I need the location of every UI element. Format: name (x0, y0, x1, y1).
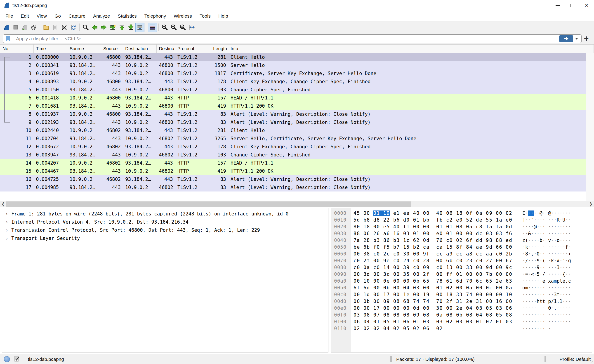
menu-go[interactable]: Go (51, 11, 65, 21)
reload-file-button[interactable] (69, 23, 78, 32)
open-file-button[interactable] (42, 23, 51, 32)
capture-options-button[interactable] (29, 23, 38, 32)
hex-row[interactable]: 0050be 6b f0 f5 b7 15 b2 ca ca 15 8f 84 … (331, 244, 592, 250)
packet-row[interactable]: 100.00244010.9.0.24680293.184.2…443TLSv1… (0, 126, 586, 135)
detail-tcp-row[interactable]: › Transmission Control Protocol, Src Por… (2, 226, 328, 234)
menu-statistics[interactable]: Statistics (114, 11, 141, 21)
packet-row[interactable]: 160.00472510.9.0.24680293.184.2…443TLSv1… (0, 175, 586, 183)
packet-row[interactable]: 30.00061993.184.2…44310.9.0.246800TLSv1.… (0, 69, 586, 78)
menu-telephony[interactable]: Telephony (141, 11, 170, 21)
hex-row[interactable]: 00c000 1d 00 17 00 1e 00 19 00 18 33 74 … (331, 291, 592, 298)
column-header-src-port[interactable]: Source (101, 45, 123, 53)
packet-row[interactable]: 150.00446793.184.2…44310.9.0.246802HTTP4… (0, 167, 586, 175)
hex-row[interactable]: 00e000 00 17 00 00 00 0d 00 30 00 2e 04 … (331, 305, 592, 311)
status-profile[interactable]: Profile: Default (560, 354, 591, 364)
column-header-time[interactable]: Time (34, 45, 67, 53)
column-header-protocol[interactable]: Protocol (175, 45, 211, 53)
packet-row[interactable]: 20.00034193.184.2…44310.9.0.246800TLSv1.… (0, 61, 586, 69)
expand-chevron-icon[interactable]: › (2, 236, 11, 241)
expert-info-icon[interactable] (4, 356, 10, 362)
packet-row[interactable]: 170.00498593.184.2…44310.9.0.246802TLSv1… (0, 183, 586, 191)
minimize-button[interactable] (550, 0, 565, 11)
first-packet-button[interactable] (117, 23, 126, 32)
packet-row[interactable]: 140.00420710.9.0.24680293.184.2…443HTTP1… (0, 159, 586, 167)
scrollbar-thumb[interactable] (6, 202, 411, 207)
packet-row[interactable]: 70.00168193.184.2…44310.9.0.246800HTTP41… (0, 102, 586, 110)
menu-help[interactable]: Help (215, 11, 232, 21)
menu-edit[interactable]: Edit (17, 11, 33, 21)
scrollbar-track[interactable] (6, 201, 588, 207)
expand-chevron-icon[interactable]: › (2, 228, 11, 233)
scroll-right-arrow-icon[interactable]: ❯ (588, 201, 594, 207)
hex-row[interactable]: 009000 3d 00 3c 00 35 00 2f 00 ff 01 00 … (331, 271, 592, 278)
hex-row[interactable]: 0070c0 2f 00 9e c0 24 c0 28 00 6b c0 23 … (331, 257, 592, 264)
hex-row[interactable]: 00f003 08 07 08 08 08 09 08 0a 08 0b 08 … (331, 311, 592, 318)
expand-chevron-icon[interactable]: › (2, 220, 11, 224)
detail-tls-row[interactable]: › Transport Layer Security (2, 234, 328, 242)
packet-list-horizontal-scrollbar[interactable]: ❮ ❯ (0, 201, 594, 207)
menu-view[interactable]: View (33, 11, 51, 21)
resize-columns-button[interactable] (187, 23, 196, 32)
start-capture-button[interactable] (2, 23, 11, 32)
display-filter-input[interactable] (13, 36, 559, 41)
capture-comment-icon[interactable] (14, 356, 20, 362)
menu-analyze[interactable]: Analyze (89, 11, 114, 21)
previous-packet-button[interactable] (90, 23, 99, 32)
detail-frame-row[interactable]: › Frame 1: 281 bytes on wire (2248 bits)… (2, 210, 328, 218)
hex-row[interactable]: 010006 04 01 05 01 06 01 03 03 02 03 03 … (331, 318, 592, 325)
hex-row[interactable]: 00407a 28 b3 86 b3 1c 62 0d 76 c0 02 6f … (331, 237, 592, 244)
menu-file[interactable]: File (2, 11, 17, 21)
save-file-button[interactable] (51, 23, 60, 32)
scroll-left-arrow-icon[interactable]: ❮ (0, 201, 6, 207)
go-to-packet-button[interactable] (108, 23, 117, 32)
detail-ip-row[interactable]: › Internet Protocol Version 4, Src: 10.9… (2, 218, 328, 226)
menu-tools[interactable]: Tools (196, 11, 215, 21)
bookmark-icon[interactable] (6, 35, 11, 42)
packet-row[interactable]: 120.00367210.9.0.24680293.184.2…443TLSv1… (0, 143, 586, 151)
colorize-button[interactable] (148, 23, 157, 32)
close-button[interactable]: ✕ (579, 0, 594, 11)
restart-capture-button[interactable] (20, 23, 29, 32)
packet-row[interactable]: 60.00141810.9.0.24680093.184.2…443HTTP15… (0, 94, 586, 102)
stop-capture-button[interactable] (11, 23, 20, 32)
column-header-source[interactable]: Source (67, 45, 101, 53)
zoom-out-button[interactable] (169, 23, 178, 32)
packet-row[interactable]: 10.00000010.9.0.24680093.184.2…443TLSv1.… (0, 53, 586, 61)
hex-row[interactable]: 011002 02 02 04 02 05 02 06 02········ · (331, 325, 592, 332)
packet-row[interactable]: 130.00394793.184.2…44310.9.0.246802TLSv1… (0, 151, 586, 159)
column-header-length[interactable]: Length (211, 45, 228, 53)
hex-row[interactable]: 002080 18 00 e5 40 f1 00 00 01 01 08 0a … (331, 223, 592, 230)
hex-row[interactable]: 00b06f 6d 00 0b 00 04 03 00 01 02 00 0a … (331, 284, 592, 291)
menu-wireless[interactable]: Wireless (170, 11, 196, 21)
packet-row[interactable]: 80.00193710.9.0.24680093.184.2…443TLSv1.… (0, 110, 586, 118)
apply-filter-button[interactable] (559, 35, 573, 42)
packet-row[interactable]: 90.00219393.184.2…44310.9.0.246800TLSv1.… (0, 118, 586, 126)
close-file-button[interactable] (60, 23, 69, 32)
menu-capture[interactable]: Capture (65, 11, 89, 21)
zoom-reset-button[interactable] (178, 23, 187, 32)
hex-row[interactable]: 00105d b8 d8 22 b6 d0 01 bb fb c2 e0 52 … (331, 216, 592, 223)
packet-row[interactable]: 110.00270493.184.2…44310.9.0.246802TLSv1… (0, 135, 586, 143)
zoom-in-button[interactable] (160, 23, 169, 32)
hex-row[interactable]: 00d000 0b 00 09 08 68 74 74 70 2f 31 2e … (331, 298, 592, 305)
maximize-button[interactable] (565, 0, 579, 11)
add-filter-button[interactable]: + (581, 34, 591, 43)
resize-grip-icon[interactable] (590, 360, 593, 364)
column-header-dst-port[interactable]: Destina (157, 45, 175, 53)
hex-row[interactable]: 006000 38 c0 2c c0 30 00 9f cc a9 cc a8 … (331, 250, 592, 257)
find-packet-button[interactable] (81, 23, 90, 32)
hex-row[interactable]: 0080c0 0a c0 14 00 39 c0 09 c0 13 00 33 … (331, 264, 592, 271)
display-filter-field[interactable] (3, 34, 581, 43)
hex-row[interactable]: 003088 06 26 a6 16 03 01 00 e0 01 00 00 … (331, 230, 592, 237)
filter-dropdown-caret-icon[interactable] (575, 38, 578, 40)
column-header-destination[interactable]: Destination (123, 45, 157, 53)
packet-row[interactable]: 40.00089310.9.0.24680093.184.2…443TLSv1.… (0, 78, 586, 86)
expand-chevron-icon[interactable]: › (2, 211, 11, 216)
column-header-info[interactable]: Info (228, 45, 594, 53)
packet-list-vertical-scrollbar[interactable] (586, 53, 594, 201)
packet-row[interactable]: 50.00115093.184.2…44310.9.0.246800TLSv1.… (0, 86, 586, 94)
column-header-no[interactable]: No. (0, 45, 34, 53)
hex-row[interactable]: 000045 00 01 19 e1 ea 40 00 40 06 18 0f … (331, 210, 592, 216)
next-packet-button[interactable] (99, 23, 108, 32)
auto-scroll-button[interactable] (135, 23, 144, 32)
